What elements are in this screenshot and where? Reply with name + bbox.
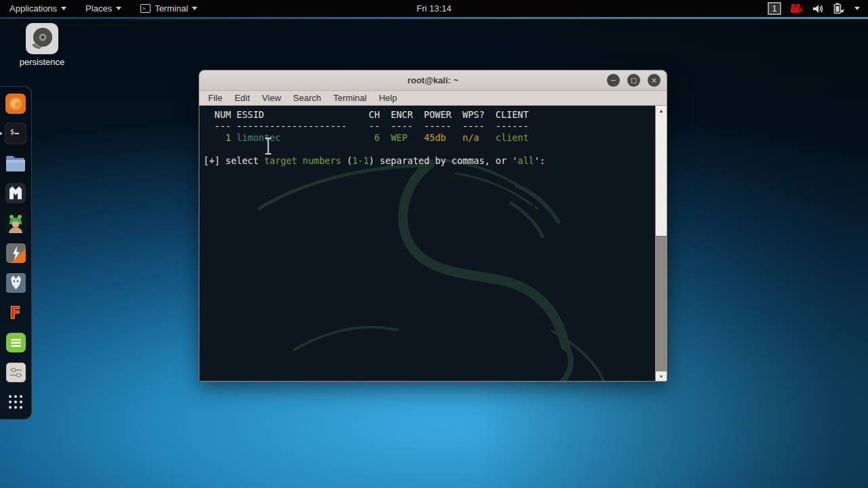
metasploit-icon <box>5 183 26 203</box>
dock-item-letter-f[interactable]: F <box>4 301 27 324</box>
terminal-icon: >_ <box>140 4 151 13</box>
dock-item-burpsuite[interactable] <box>4 241 27 264</box>
terminal-appmenu-label: Terminal <box>155 3 188 14</box>
dock-item-wolf[interactable] <box>4 271 27 294</box>
places-menu[interactable]: Places <box>76 0 131 17</box>
workspace-indicator[interactable]: 1 <box>768 2 781 15</box>
running-indicator-dot <box>0 132 2 135</box>
menu-file[interactable]: File <box>202 93 229 103</box>
show-apps-icon <box>7 393 24 411</box>
dock-item-files[interactable] <box>4 152 27 175</box>
dock-item-show-apps[interactable] <box>4 390 27 413</box>
applications-menu-label: Applications <box>9 3 57 14</box>
wolf-icon <box>6 273 26 293</box>
volume-icon[interactable] <box>812 3 825 14</box>
dock-item-avatar[interactable] <box>4 211 27 235</box>
terminal-appmenu[interactable]: >_ Terminal <box>131 0 207 17</box>
terminal-icon: $ <box>5 123 26 144</box>
dock-item-metasploit[interactable] <box>4 182 27 205</box>
menu-view[interactable]: View <box>256 93 287 103</box>
maximize-button[interactable]: □ <box>627 74 640 87</box>
terminal-line: NUM ESSID CH ENCR POWER WPS? CLIENT <box>203 109 655 121</box>
terminal-line: --- -------------------- -- ---- ----- -… <box>203 121 655 132</box>
window-titlebar[interactable]: root@kali: ~ − □ × <box>199 70 667 91</box>
menu-terminal[interactable]: Terminal <box>328 93 373 103</box>
window-title: root@kali: ~ <box>199 75 667 85</box>
menu-search[interactable]: Search <box>287 93 327 103</box>
dock-item-tweaks[interactable] <box>4 361 27 384</box>
burpsuite-icon <box>6 243 26 263</box>
terminal-output[interactable]: NUM ESSID CH ENCR POWER WPS? CLIENT --- … <box>199 106 655 381</box>
files-icon <box>5 155 26 172</box>
wallpaper-glowline <box>0 17 868 19</box>
chevron-down-icon <box>61 7 66 10</box>
desktop-icon-persistence[interactable]: persistence <box>19 23 65 67</box>
dock: $ <box>0 86 32 420</box>
scrollbar-thumb[interactable] <box>656 236 667 372</box>
disk-icon <box>26 23 58 54</box>
chevron-down-icon[interactable] <box>854 7 860 10</box>
places-menu-label: Places <box>85 3 112 14</box>
svg-text:$: $ <box>10 128 14 136</box>
firefox-icon <box>5 94 26 114</box>
desktop-icon-label: persistence <box>19 57 65 67</box>
minimize-button[interactable]: − <box>607 74 620 87</box>
scrollbar[interactable]: ▲ ▼ <box>655 106 667 381</box>
close-button[interactable]: × <box>648 74 660 87</box>
chevron-down-icon <box>116 7 121 10</box>
tweaks-icon <box>6 363 26 382</box>
terminal-text: NUM ESSID CH ENCR POWER WPS? CLIENT --- … <box>199 106 655 167</box>
applications-menu[interactable]: Applications <box>0 0 76 17</box>
terminal-line: [+] select target numbers (1-1) separate… <box>203 155 655 167</box>
dock-item-firefox[interactable] <box>4 92 27 115</box>
battery-icon[interactable] <box>833 3 846 14</box>
top-bar: Applications Places >_ Terminal Fri 13:1… <box>0 0 868 17</box>
terminal-window: root@kali: ~ − □ × File Edit View Search… <box>199 70 667 382</box>
dock-item-terminal[interactable]: $ <box>4 122 27 145</box>
scroll-down-button[interactable]: ▼ <box>656 371 667 381</box>
notes-icon <box>6 333 26 352</box>
svg-text:F: F <box>9 304 20 322</box>
dock-item-notes[interactable] <box>4 331 27 354</box>
text-cursor <box>264 137 273 155</box>
avatar-icon <box>5 213 26 233</box>
menu-help[interactable]: Help <box>373 93 403 103</box>
letter-f-icon: F <box>6 303 25 322</box>
scroll-up-button[interactable]: ▲ <box>656 106 667 115</box>
clock-label[interactable]: Fri 13:14 <box>416 3 451 14</box>
screen-recorder-icon[interactable] <box>790 3 803 14</box>
window-menubar: File Edit View Search Terminal Help <box>199 91 667 106</box>
chevron-down-icon <box>192 7 197 10</box>
menu-edit[interactable]: Edit <box>229 93 256 103</box>
